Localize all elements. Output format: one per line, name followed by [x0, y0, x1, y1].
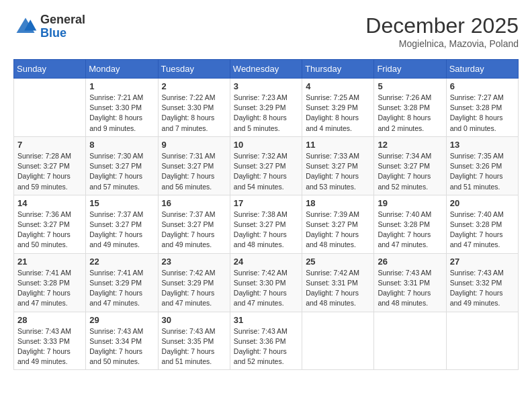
- day-info: Sunrise: 7:28 AMSunset: 3:27 PMDaylight:…: [17, 151, 82, 192]
- page-subtitle: Mogielnica, Mazovia, Poland: [365, 38, 519, 49]
- calendar-week-5: 28Sunrise: 7:43 AMSunset: 3:33 PMDayligh…: [14, 312, 519, 370]
- day-number: 14: [17, 198, 82, 208]
- calendar-cell: 15Sunrise: 7:37 AMSunset: 3:27 PMDayligh…: [86, 195, 158, 253]
- day-number: 12: [378, 140, 442, 150]
- day-info: Sunrise: 7:30 AMSunset: 3:27 PMDaylight:…: [89, 151, 154, 192]
- calendar-cell: 6Sunrise: 7:27 AMSunset: 3:28 PMDaylight…: [446, 79, 518, 137]
- day-info: Sunrise: 7:35 AMSunset: 3:26 PMDaylight:…: [450, 151, 515, 192]
- calendar-cell: 2Sunrise: 7:22 AMSunset: 3:30 PMDaylight…: [158, 79, 230, 137]
- calendar-table: SundayMondayTuesdayWednesdayThursdayFrid…: [13, 59, 519, 370]
- calendar-cell: 19Sunrise: 7:40 AMSunset: 3:28 PMDayligh…: [374, 195, 446, 253]
- day-number: 20: [450, 198, 515, 208]
- calendar-cell: 17Sunrise: 7:38 AMSunset: 3:27 PMDayligh…: [230, 195, 302, 253]
- calendar-cell: 24Sunrise: 7:42 AMSunset: 3:30 PMDayligh…: [230, 253, 302, 312]
- day-info: Sunrise: 7:33 AMSunset: 3:27 PMDaylight:…: [306, 151, 370, 192]
- day-number: 26: [378, 257, 442, 267]
- day-info: Sunrise: 7:42 AMSunset: 3:29 PMDaylight:…: [162, 268, 226, 309]
- calendar-cell: 14Sunrise: 7:36 AMSunset: 3:27 PMDayligh…: [14, 195, 86, 253]
- day-info: Sunrise: 7:34 AMSunset: 3:27 PMDaylight:…: [378, 151, 442, 192]
- day-info: Sunrise: 7:22 AMSunset: 3:30 PMDaylight:…: [162, 93, 226, 134]
- day-info: Sunrise: 7:31 AMSunset: 3:27 PMDaylight:…: [162, 151, 226, 192]
- day-info: Sunrise: 7:42 AMSunset: 3:31 PMDaylight:…: [306, 268, 370, 309]
- calendar-cell: 8Sunrise: 7:30 AMSunset: 3:27 PMDaylight…: [86, 136, 158, 195]
- weekday-header-thursday: Thursday: [302, 60, 374, 79]
- day-number: 27: [450, 257, 515, 267]
- day-number: 11: [306, 140, 370, 150]
- logo-text: General Blue: [40, 13, 85, 40]
- day-number: 31: [234, 315, 298, 325]
- calendar-week-2: 7Sunrise: 7:28 AMSunset: 3:27 PMDaylight…: [14, 136, 519, 195]
- day-number: 10: [234, 140, 298, 150]
- calendar-cell: [446, 312, 518, 370]
- calendar-cell: 26Sunrise: 7:43 AMSunset: 3:31 PMDayligh…: [374, 253, 446, 312]
- calendar-week-1: 1Sunrise: 7:21 AMSunset: 3:30 PMDaylight…: [14, 79, 519, 137]
- calendar-cell: 4Sunrise: 7:25 AMSunset: 3:29 PMDaylight…: [302, 79, 374, 137]
- page-title: December 2025: [365, 13, 519, 38]
- calendar-cell: 10Sunrise: 7:32 AMSunset: 3:27 PMDayligh…: [230, 136, 302, 195]
- day-number: 1: [89, 81, 154, 91]
- calendar-cell: 28Sunrise: 7:43 AMSunset: 3:33 PMDayligh…: [14, 312, 86, 370]
- day-info: Sunrise: 7:43 AMSunset: 3:33 PMDaylight:…: [17, 326, 82, 367]
- weekday-header-sunday: Sunday: [14, 60, 86, 79]
- day-info: Sunrise: 7:43 AMSunset: 3:32 PMDaylight:…: [450, 268, 515, 309]
- day-info: Sunrise: 7:23 AMSunset: 3:29 PMDaylight:…: [234, 93, 298, 134]
- calendar-cell: [14, 79, 86, 137]
- calendar-cell: 21Sunrise: 7:41 AMSunset: 3:28 PMDayligh…: [14, 253, 86, 312]
- calendar-cell: 22Sunrise: 7:41 AMSunset: 3:29 PMDayligh…: [86, 253, 158, 312]
- day-number: 6: [450, 81, 515, 91]
- day-number: 29: [89, 315, 154, 325]
- weekday-header-row: SundayMondayTuesdayWednesdayThursdayFrid…: [14, 60, 519, 79]
- calendar-cell: [302, 312, 374, 370]
- day-number: 15: [89, 198, 154, 208]
- day-number: 21: [17, 257, 82, 267]
- day-number: 28: [17, 315, 82, 325]
- day-info: Sunrise: 7:43 AMSunset: 3:35 PMDaylight:…: [162, 326, 226, 367]
- day-info: Sunrise: 7:43 AMSunset: 3:34 PMDaylight:…: [89, 326, 154, 367]
- calendar-cell: 25Sunrise: 7:42 AMSunset: 3:31 PMDayligh…: [302, 253, 374, 312]
- logo: General Blue: [13, 13, 85, 40]
- day-info: Sunrise: 7:32 AMSunset: 3:27 PMDaylight:…: [234, 151, 298, 192]
- day-info: Sunrise: 7:38 AMSunset: 3:27 PMDaylight:…: [234, 210, 298, 250]
- day-info: Sunrise: 7:40 AMSunset: 3:28 PMDaylight:…: [378, 210, 442, 250]
- day-info: Sunrise: 7:40 AMSunset: 3:28 PMDaylight:…: [450, 210, 515, 250]
- calendar-cell: 1Sunrise: 7:21 AMSunset: 3:30 PMDaylight…: [86, 79, 158, 137]
- calendar-cell: 30Sunrise: 7:43 AMSunset: 3:35 PMDayligh…: [158, 312, 230, 370]
- day-info: Sunrise: 7:43 AMSunset: 3:36 PMDaylight:…: [234, 326, 298, 367]
- calendar-cell: 18Sunrise: 7:39 AMSunset: 3:27 PMDayligh…: [302, 195, 374, 253]
- weekday-header-friday: Friday: [374, 60, 446, 79]
- day-info: Sunrise: 7:42 AMSunset: 3:30 PMDaylight:…: [234, 268, 298, 309]
- day-info: Sunrise: 7:37 AMSunset: 3:27 PMDaylight:…: [162, 210, 226, 250]
- weekday-header-saturday: Saturday: [446, 60, 518, 79]
- calendar-cell: [374, 312, 446, 370]
- calendar-cell: 16Sunrise: 7:37 AMSunset: 3:27 PMDayligh…: [158, 195, 230, 253]
- day-number: 8: [89, 140, 154, 150]
- calendar-cell: 13Sunrise: 7:35 AMSunset: 3:26 PMDayligh…: [446, 136, 518, 195]
- calendar-cell: 27Sunrise: 7:43 AMSunset: 3:32 PMDayligh…: [446, 253, 518, 312]
- day-number: 2: [162, 81, 226, 91]
- weekday-header-monday: Monday: [86, 60, 158, 79]
- day-info: Sunrise: 7:25 AMSunset: 3:29 PMDaylight:…: [306, 93, 370, 134]
- day-info: Sunrise: 7:39 AMSunset: 3:27 PMDaylight:…: [306, 210, 370, 250]
- weekday-header-tuesday: Tuesday: [158, 60, 230, 79]
- day-number: 9: [162, 140, 226, 150]
- day-number: 16: [162, 198, 226, 208]
- calendar-week-3: 14Sunrise: 7:36 AMSunset: 3:27 PMDayligh…: [14, 195, 519, 253]
- day-number: 13: [450, 140, 515, 150]
- day-info: Sunrise: 7:37 AMSunset: 3:27 PMDaylight:…: [89, 210, 154, 250]
- page-header: General Blue December 2025 Mogielnica, M…: [13, 13, 519, 49]
- day-info: Sunrise: 7:43 AMSunset: 3:31 PMDaylight:…: [378, 268, 442, 309]
- calendar-cell: 29Sunrise: 7:43 AMSunset: 3:34 PMDayligh…: [86, 312, 158, 370]
- calendar-cell: 20Sunrise: 7:40 AMSunset: 3:28 PMDayligh…: [446, 195, 518, 253]
- day-number: 22: [89, 257, 154, 267]
- day-info: Sunrise: 7:41 AMSunset: 3:28 PMDaylight:…: [17, 268, 82, 309]
- day-number: 24: [234, 257, 298, 267]
- day-info: Sunrise: 7:26 AMSunset: 3:28 PMDaylight:…: [378, 93, 442, 134]
- calendar-cell: 11Sunrise: 7:33 AMSunset: 3:27 PMDayligh…: [302, 136, 374, 195]
- day-info: Sunrise: 7:41 AMSunset: 3:29 PMDaylight:…: [89, 268, 154, 309]
- weekday-header-wednesday: Wednesday: [230, 60, 302, 79]
- logo-icon: [13, 15, 38, 39]
- calendar-cell: 3Sunrise: 7:23 AMSunset: 3:29 PMDaylight…: [230, 79, 302, 137]
- day-info: Sunrise: 7:27 AMSunset: 3:28 PMDaylight:…: [450, 93, 515, 134]
- calendar-cell: 23Sunrise: 7:42 AMSunset: 3:29 PMDayligh…: [158, 253, 230, 312]
- day-number: 4: [306, 81, 370, 91]
